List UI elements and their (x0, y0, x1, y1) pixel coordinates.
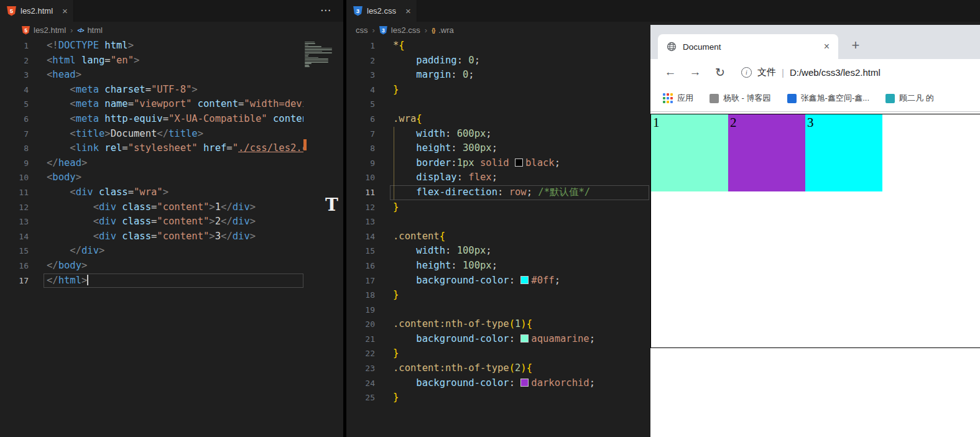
line-number[interactable]: 5 (346, 97, 375, 112)
color-swatch-icon[interactable] (520, 379, 529, 387)
tab-les2-html[interactable]: 5 les2.html × (0, 0, 74, 22)
browser-tab[interactable]: Document × (658, 34, 838, 59)
minimap-line (305, 58, 328, 60)
forward-icon[interactable]: → (683, 65, 708, 79)
breadcrumb-item-file[interactable]: les2.html (34, 25, 66, 35)
line-number[interactable]: 5 (0, 97, 29, 112)
code-line[interactable]: 13 <div class="content">2</div> (0, 214, 343, 229)
line-number[interactable]: 2 (0, 53, 29, 68)
color-swatch-icon[interactable] (520, 276, 529, 284)
line-number[interactable]: 21 (346, 332, 375, 347)
code-line[interactable]: 8 <link rel="stylesheet" href="./css/les… (0, 141, 343, 156)
line-number[interactable]: 25 (346, 390, 375, 405)
info-icon[interactable]: i (741, 67, 752, 78)
code-line[interactable]: 16</body> (0, 259, 343, 274)
line-number[interactable]: 24 (346, 376, 375, 391)
line-number[interactable]: 14 (346, 229, 375, 244)
breadcrumb-item-folder[interactable]: css (356, 25, 368, 35)
code-text: margin: 0; (375, 68, 474, 83)
code-line[interactable]: 15 </div> (0, 244, 343, 259)
line-number[interactable]: 8 (0, 141, 29, 156)
code-text: width: 100px; (375, 244, 492, 259)
code-line[interactable]: 3<head> (0, 68, 343, 83)
line-number[interactable]: 3 (0, 68, 29, 83)
more-actions-icon[interactable]: ⋯ (320, 4, 331, 17)
code-line[interactable]: 2<html lang="en"> (0, 53, 343, 68)
code-text: .content{ (375, 229, 445, 244)
line-number[interactable]: 16 (346, 259, 375, 274)
tab-les2-css[interactable]: 3 les2.css × (346, 0, 417, 22)
line-number[interactable]: 12 (0, 200, 29, 215)
line-number[interactable]: 4 (0, 83, 29, 98)
line-number[interactable]: 17 (0, 274, 29, 288)
line-number[interactable]: 9 (0, 156, 29, 171)
code-line[interactable]: 7 <title>Document</title> (0, 127, 343, 142)
line-number[interactable]: 19 (346, 303, 375, 318)
new-tab-button[interactable]: + (847, 37, 864, 54)
color-swatch-icon[interactable] (515, 159, 523, 167)
close-tab-icon[interactable]: × (62, 6, 68, 16)
code-text: } (375, 346, 399, 361)
line-number[interactable]: 23 (346, 361, 375, 376)
color-swatch-icon[interactable] (520, 334, 529, 343)
code-line[interactable]: 5 <meta name="viewport" content="width=d… (0, 97, 343, 112)
code-text: </div> (29, 244, 104, 259)
line-number[interactable]: 11 (346, 185, 375, 200)
line-number[interactable]: 2 (346, 53, 375, 68)
line-number[interactable]: 12 (346, 200, 375, 215)
line-number[interactable]: 13 (0, 214, 29, 229)
breadcrumb-item-symbol[interactable]: .wra (438, 25, 454, 35)
breadcrumb: 5 les2.html › </> html (0, 22, 343, 39)
line-number[interactable]: 6 (346, 112, 375, 127)
address-bar[interactable]: i 文件 | D:/web/css3/les2.html (741, 67, 881, 78)
line-number[interactable]: 1 (0, 39, 29, 53)
close-tab-icon[interactable]: × (824, 41, 830, 52)
apps-shortcut[interactable]: 应用 (663, 93, 693, 104)
line-number[interactable]: 3 (346, 68, 375, 83)
line-number[interactable]: 18 (346, 288, 375, 303)
bookmark-item[interactable]: 张鑫旭-鑫空间-鑫... (787, 93, 870, 104)
line-number[interactable]: 16 (0, 259, 29, 274)
minimap[interactable] (303, 39, 343, 437)
bookmark-item[interactable]: 顾二凡 的 (885, 93, 934, 104)
symbol-class-icon: {} (432, 26, 435, 35)
code-editor-html[interactable]: 1<!DOCTYPE html>2<html lang="en">3<head>… (0, 39, 343, 437)
bookmark-item[interactable]: 杨耿 - 博客园 (710, 93, 771, 104)
code-line[interactable]: 1<!DOCTYPE html> (0, 39, 343, 53)
line-number[interactable]: 17 (346, 274, 375, 288)
code-line[interactable]: 9</head> (0, 156, 343, 171)
code-line[interactable]: 6 <meta http-equiv="X-UA-Compatible" con… (0, 112, 343, 127)
line-number[interactable]: 8 (346, 141, 375, 156)
line-number[interactable]: 6 (0, 112, 29, 127)
code-line[interactable]: 11 <div class="wra"> (0, 185, 343, 200)
breadcrumb-item-symbol[interactable]: html (87, 25, 103, 35)
code-text: <head> (29, 68, 81, 83)
line-number[interactable]: 22 (346, 346, 375, 361)
line-number[interactable]: 20 (346, 317, 375, 332)
back-icon[interactable]: ← (658, 65, 683, 79)
code-text: height: 100px; (375, 259, 497, 274)
code-line[interactable]: 4 <meta charset="UTF-8"> (0, 83, 343, 98)
code-line[interactable]: 12 <div class="content">1</div> (0, 200, 343, 215)
line-number[interactable]: 1 (346, 39, 375, 53)
line-number[interactable]: 7 (346, 127, 375, 142)
code-line[interactable]: 14 <div class="content">3</div> (0, 229, 343, 244)
code-line[interactable]: 10<body> (0, 170, 343, 185)
line-number[interactable]: 15 (346, 244, 375, 259)
line-number[interactable]: 9 (346, 156, 375, 171)
line-number[interactable]: 14 (0, 229, 29, 244)
line-number[interactable]: 15 (0, 244, 29, 259)
code-line[interactable]: 17</html> (0, 274, 343, 288)
line-number[interactable]: 7 (0, 127, 29, 142)
line-number[interactable]: 10 (346, 170, 375, 185)
line-number[interactable]: 4 (346, 83, 375, 98)
breadcrumb-item-file[interactable]: les2.css (391, 25, 420, 35)
reload-icon[interactable]: ↻ (708, 65, 733, 80)
chevron-right-icon: › (70, 25, 73, 35)
overview-ruler-marker (303, 139, 307, 150)
close-tab-icon[interactable]: × (405, 6, 411, 16)
line-number[interactable]: 13 (346, 214, 375, 229)
line-number[interactable]: 10 (0, 170, 29, 185)
code-text: .wra{ (375, 112, 422, 127)
line-number[interactable]: 11 (0, 185, 29, 200)
